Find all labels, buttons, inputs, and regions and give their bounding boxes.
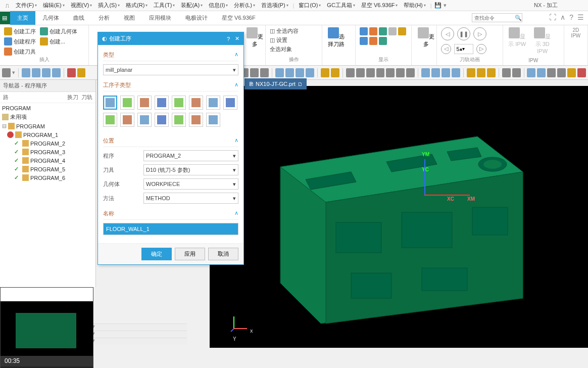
tb-ic-14[interactable] bbox=[306, 68, 314, 77]
menu-analysis[interactable]: 分析(L)▾ bbox=[231, 2, 258, 9]
help-icon[interactable]: ? bbox=[569, 13, 573, 21]
disp-ic3[interactable] bbox=[379, 27, 387, 35]
step-fwd-button[interactable]: ▷ bbox=[476, 44, 486, 54]
rewind-button[interactable]: ◁ bbox=[441, 27, 454, 40]
tab-home[interactable]: 主页 bbox=[10, 11, 35, 25]
tb-ic-24[interactable] bbox=[421, 68, 430, 77]
menu-view[interactable]: 视图(V)▾ bbox=[68, 2, 95, 9]
tb-ic-25[interactable] bbox=[431, 68, 440, 77]
more-button-2[interactable]: 更多 bbox=[416, 27, 436, 48]
menu-starsky[interactable]: 星空 V6.936F▾ bbox=[358, 2, 401, 9]
tab-electrode[interactable]: 电极设计 bbox=[178, 11, 215, 25]
geometry-select[interactable]: WORKPIECE▾ bbox=[143, 178, 238, 190]
subtype-4[interactable] bbox=[155, 96, 169, 110]
tb-ic-34[interactable] bbox=[537, 68, 546, 77]
tb-ic-33[interactable] bbox=[527, 68, 535, 77]
menu-prefs[interactable]: 首选项(P)▾ bbox=[258, 2, 291, 9]
disp-ic8[interactable] bbox=[379, 37, 387, 45]
subtype-floor-wall[interactable] bbox=[103, 96, 117, 110]
tb-ic-18[interactable] bbox=[356, 68, 365, 77]
tb-ic-13[interactable] bbox=[296, 68, 304, 77]
menu-tools[interactable]: 工具(T)▾ bbox=[151, 2, 178, 9]
disp-ic4[interactable] bbox=[388, 27, 397, 35]
section-subtype-header[interactable]: 工序子类型∧ bbox=[103, 79, 238, 91]
menu-info[interactable]: 信息(I)▾ bbox=[206, 2, 231, 9]
tree-root[interactable]: PROGRAM bbox=[0, 104, 95, 112]
tb-ic-23[interactable] bbox=[406, 68, 415, 77]
tb-ic-4[interactable] bbox=[42, 68, 51, 77]
speed-spinner[interactable]: 5 ▴▾ bbox=[454, 44, 473, 54]
program-select[interactable]: PROGRAM_2▾ bbox=[143, 150, 238, 161]
subtype-11[interactable] bbox=[137, 113, 152, 127]
tab-geometry[interactable]: 几何体 bbox=[35, 11, 66, 25]
create-operation-button[interactable]: 创建工序 bbox=[4, 27, 36, 35]
tool-select[interactable]: D10 (铣刀-5 参数)▾ bbox=[143, 164, 238, 175]
subtype-3[interactable] bbox=[137, 96, 152, 110]
method-select[interactable]: METHOD▾ bbox=[143, 193, 238, 204]
tree-program-6[interactable]: ✓PROGRAM_6 bbox=[0, 173, 95, 182]
subtype-7[interactable] bbox=[206, 96, 220, 110]
operation-name-input[interactable] bbox=[103, 223, 238, 235]
app-icon[interactable]: ⎍ bbox=[3, 1, 12, 10]
cancel-button[interactable]: 取消 bbox=[208, 248, 238, 260]
tree-program-3[interactable]: ✓PROGRAM_3 bbox=[0, 148, 95, 156]
tb-ic-3[interactable] bbox=[32, 68, 40, 77]
subtype-14[interactable] bbox=[189, 113, 203, 127]
tb-ic-31[interactable] bbox=[502, 68, 511, 77]
tb-ic-36[interactable] bbox=[557, 68, 566, 77]
tb-ic-2[interactable] bbox=[22, 68, 30, 77]
tb-ic-38[interactable] bbox=[577, 68, 586, 77]
dialog-help-icon[interactable]: ? bbox=[227, 36, 230, 42]
show-ipw-button[interactable]: 显示 IPW bbox=[507, 27, 527, 48]
tree-program-4[interactable]: ✓PROGRAM_4 bbox=[0, 156, 95, 165]
search-icon[interactable]: 🔍 bbox=[515, 15, 522, 21]
collapse-icon[interactable]: ∧ bbox=[560, 13, 565, 21]
video-thumbnail[interactable]: 00:35 bbox=[0, 287, 93, 368]
tb-ic-7[interactable] bbox=[77, 68, 86, 77]
step-back-button[interactable]: ◁ bbox=[441, 44, 451, 54]
more-button[interactable]: 更多 bbox=[244, 27, 265, 48]
disp-ic5[interactable] bbox=[398, 27, 406, 35]
select-all-button[interactable]: ◫ 全选内容 bbox=[270, 27, 299, 35]
tb-ic-20[interactable] bbox=[376, 68, 385, 77]
tab-nx[interactable]: ▤ bbox=[0, 12, 10, 24]
tb-ic-11[interactable] bbox=[275, 68, 284, 77]
tree-program[interactable]: ⊟PROGRAM bbox=[0, 122, 95, 130]
disp-ic7[interactable] bbox=[369, 37, 377, 45]
subtype-9[interactable] bbox=[103, 113, 117, 127]
select-path-button[interactable]: 选择刀路 bbox=[326, 27, 347, 48]
reset-button[interactable]: ◫ 设置 bbox=[270, 36, 287, 44]
menu-file[interactable]: 文件(F)▾ bbox=[13, 2, 40, 9]
menu-icon[interactable]: ☰ bbox=[577, 13, 584, 21]
tb-ic-37[interactable] bbox=[567, 68, 576, 77]
section-location-header[interactable]: 位置∧ bbox=[103, 135, 238, 147]
subtype-15[interactable] bbox=[206, 113, 220, 127]
tb-ic-29[interactable] bbox=[477, 68, 485, 77]
tree-program-2[interactable]: ✓PROGRAM_2 bbox=[0, 139, 95, 148]
tab-app[interactable]: 应用模块 bbox=[142, 11, 178, 25]
show-3d-ipw-button[interactable]: 显示 3D IPW bbox=[532, 27, 553, 54]
tb-ic-22[interactable] bbox=[396, 68, 405, 77]
create-geometry-button[interactable]: 创建几何体 bbox=[40, 27, 77, 35]
disp-ic6[interactable] bbox=[360, 37, 368, 45]
save-icon[interactable]: 💾 bbox=[433, 1, 443, 10]
tb-ic-30[interactable] bbox=[487, 68, 496, 77]
tb-ic-32[interactable] bbox=[512, 68, 521, 77]
create-tool-button[interactable]: 创建刀具 bbox=[4, 48, 36, 56]
viewport-tab-2[interactable]: 🖹 NX10-JT-GC.prt 🗋 bbox=[244, 78, 307, 89]
menu-edit[interactable]: 编辑(E)▾ bbox=[40, 2, 68, 9]
3d-viewport[interactable]: YM YC XC XM Y x bbox=[210, 86, 588, 348]
tb-ic-26[interactable] bbox=[442, 68, 450, 77]
tree-program-1[interactable]: PROGRAM_1 bbox=[0, 130, 95, 139]
tb-ic-15[interactable] bbox=[321, 68, 329, 77]
disp-ic1[interactable] bbox=[360, 27, 368, 35]
section-name-header[interactable]: 名称∧ bbox=[103, 208, 238, 220]
subtype-8[interactable] bbox=[223, 96, 237, 110]
ok-button[interactable]: 确定 bbox=[141, 248, 172, 260]
tb-ic-16[interactable] bbox=[331, 68, 339, 77]
disp-ic2[interactable] bbox=[369, 27, 377, 35]
tb-ic-6[interactable] bbox=[67, 68, 76, 77]
search-input[interactable] bbox=[474, 15, 515, 21]
subtype-2[interactable] bbox=[120, 96, 134, 110]
tab-curve[interactable]: 曲线 bbox=[66, 11, 91, 25]
